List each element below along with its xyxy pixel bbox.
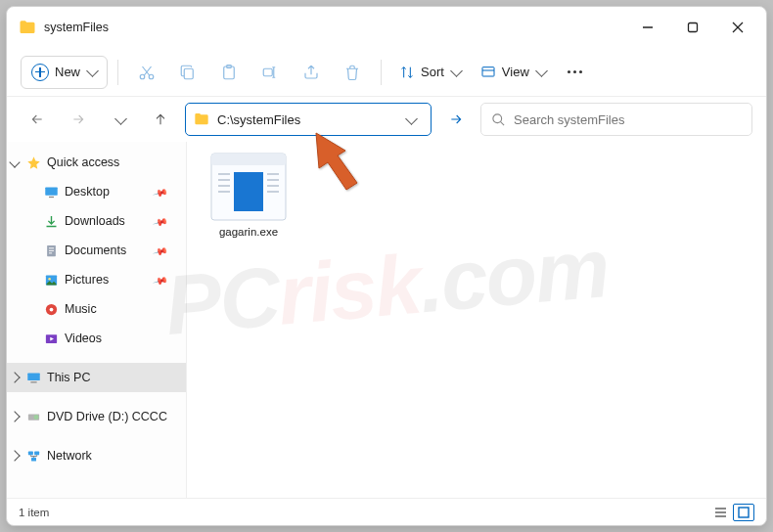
sidebar: Quick access Desktop 📌 Downloads 📌 Docum…	[7, 142, 187, 498]
svg-rect-30	[34, 451, 39, 455]
spacer	[7, 431, 186, 441]
plus-icon	[31, 64, 49, 81]
forward-button[interactable]	[62, 103, 95, 136]
sidebar-item-desktop[interactable]: Desktop 📌	[7, 177, 186, 206]
share-button[interactable]	[293, 56, 330, 89]
chevron-down-icon	[450, 65, 463, 77]
svg-rect-29	[28, 451, 33, 455]
sidebar-item-videos[interactable]: Videos	[7, 324, 186, 353]
pictures-label: Pictures	[65, 273, 109, 287]
svg-rect-14	[45, 187, 58, 195]
svg-rect-15	[49, 196, 54, 197]
chevron-right-icon	[9, 411, 20, 421]
maximize-button[interactable]	[670, 7, 715, 48]
spacer	[7, 392, 186, 402]
network-label: Network	[47, 449, 92, 463]
titlebar: systemFiles	[7, 7, 766, 48]
svg-rect-9	[263, 68, 272, 76]
folder-icon	[194, 111, 209, 127]
content-area[interactable]: gagarin.exe	[187, 142, 766, 498]
rename-button[interactable]	[251, 56, 289, 89]
svg-line-13	[500, 121, 504, 125]
svg-rect-17	[49, 247, 54, 248]
svg-rect-19	[49, 252, 52, 253]
separator	[117, 60, 118, 85]
downloads-label: Downloads	[65, 214, 125, 228]
sidebar-item-pictures[interactable]: Pictures 📌	[7, 265, 186, 294]
sidebar-item-dvd[interactable]: DVD Drive (D:) CCCC	[7, 402, 186, 431]
explorer-window: systemFiles New Sort View	[6, 6, 767, 526]
chevron-down-icon	[9, 156, 20, 167]
svg-rect-10	[482, 66, 494, 75]
delete-button[interactable]	[334, 56, 371, 89]
status-bar: 1 item	[7, 498, 766, 525]
svg-point-4	[140, 74, 145, 79]
star-icon	[26, 155, 41, 170]
pc-icon	[26, 371, 41, 385]
pin-icon: 📌	[153, 184, 168, 200]
search-box[interactable]	[480, 103, 752, 136]
sidebar-item-network[interactable]: Network	[7, 441, 186, 470]
chevron-right-icon	[9, 450, 20, 461]
recent-button[interactable]	[103, 103, 136, 136]
music-label: Music	[65, 302, 97, 316]
desktop-icon	[44, 185, 59, 200]
search-input[interactable]	[514, 112, 742, 127]
minimize-button[interactable]	[625, 7, 670, 48]
svg-rect-1	[689, 23, 698, 32]
desktop-label: Desktop	[65, 185, 110, 199]
network-icon	[26, 449, 41, 464]
address-bar[interactable]: C:\systemFiles	[185, 103, 432, 136]
pin-icon: 📌	[153, 213, 168, 229]
details-view-button[interactable]	[709, 504, 731, 521]
svg-rect-6	[184, 68, 193, 79]
folder-icon	[19, 19, 36, 36]
nav-row: C:\systemFiles	[7, 97, 766, 142]
new-button[interactable]: New	[21, 56, 108, 89]
sidebar-item-quickaccess[interactable]: Quick access	[7, 148, 186, 177]
sort-button[interactable]: Sort	[391, 56, 469, 89]
sidebar-item-documents[interactable]: Documents 📌	[7, 236, 186, 265]
refresh-button[interactable]	[439, 103, 473, 136]
thispc-label: This PC	[47, 371, 90, 384]
more-button[interactable]	[568, 70, 582, 73]
svg-rect-46	[739, 508, 749, 517]
window-title: systemFiles	[44, 21, 625, 34]
copy-button[interactable]	[169, 56, 206, 89]
up-button[interactable]	[144, 103, 177, 136]
address-text: C:\systemFiles	[217, 112, 389, 127]
sidebar-item-music[interactable]: Music	[7, 294, 186, 324]
file-item[interactable]: gagarin.exe	[203, 152, 295, 238]
svg-rect-25	[27, 373, 40, 380]
file-label: gagarin.exe	[219, 226, 278, 238]
address-dropdown[interactable]	[397, 104, 423, 135]
view-toggle	[709, 504, 754, 521]
paste-button[interactable]	[210, 56, 248, 89]
chevron-down-icon	[405, 112, 418, 125]
documents-label: Documents	[65, 244, 126, 257]
close-button[interactable]	[715, 7, 760, 48]
main-area: Quick access Desktop 📌 Downloads 📌 Docum…	[7, 142, 766, 498]
sidebar-item-downloads[interactable]: Downloads 📌	[7, 206, 186, 236]
svg-rect-31	[31, 457, 36, 461]
icons-view-button[interactable]	[733, 504, 754, 521]
document-icon	[44, 244, 59, 258]
pin-icon: 📌	[153, 243, 168, 258]
quickaccess-label: Quick access	[47, 155, 119, 169]
spacer	[7, 353, 186, 363]
chevron-right-icon	[9, 372, 20, 382]
item-count: 1 item	[19, 507, 49, 518]
view-button[interactable]: View	[473, 56, 554, 89]
sort-label: Sort	[421, 65, 444, 79]
chevron-down-icon	[535, 65, 548, 77]
cut-button[interactable]	[128, 56, 165, 89]
back-button[interactable]	[21, 103, 54, 136]
separator	[381, 60, 382, 85]
sidebar-item-thispc[interactable]: This PC	[7, 363, 186, 392]
dvd-label: DVD Drive (D:) CCCC	[47, 410, 167, 423]
window-controls	[625, 7, 760, 48]
videos-label: Videos	[65, 332, 102, 345]
chevron-down-icon	[86, 65, 99, 77]
svg-rect-18	[49, 249, 54, 250]
download-icon	[44, 214, 59, 229]
